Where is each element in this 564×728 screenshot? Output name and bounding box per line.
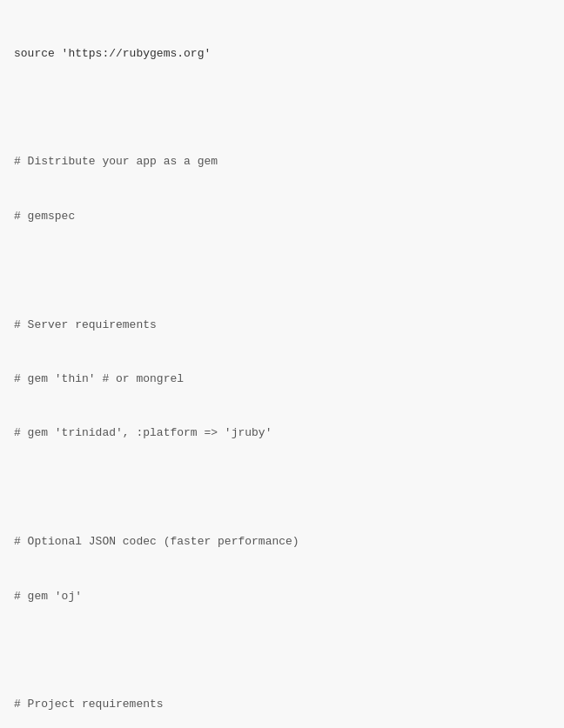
- code-line-6: # Server requirements: [14, 317, 550, 335]
- code-line-8: # gem 'trinidad', :platform => 'jruby': [14, 424, 550, 443]
- code-line-5: [14, 262, 550, 280]
- code-line-4: # gemspec: [14, 208, 550, 226]
- code-line-12: [14, 642, 550, 660]
- code-editor: source 'https://rubygems.org' # Distribu…: [0, 0, 564, 728]
- code-line-1: source 'https://rubygems.org': [14, 45, 550, 63]
- code-line-9: [14, 479, 550, 498]
- code-line-3: # Distribute your app as a gem: [14, 153, 550, 171]
- code-line-2: [14, 99, 550, 117]
- code-line-11: # gem 'oj': [14, 588, 550, 606]
- code-line-10: # Optional JSON codec (faster performanc…: [14, 533, 550, 551]
- code-line-13: # Project requirements: [14, 696, 550, 714]
- code-line-7: # gem 'thin' # or mongrel: [14, 371, 550, 389]
